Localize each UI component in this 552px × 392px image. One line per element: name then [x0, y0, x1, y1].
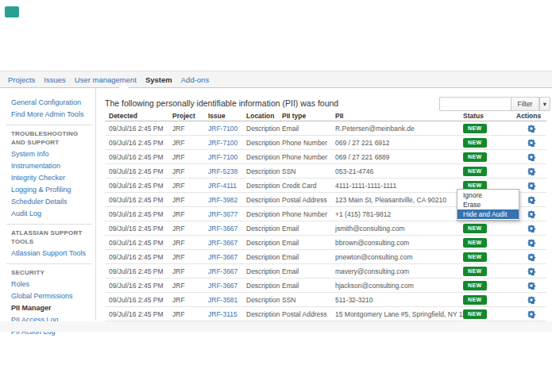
sidebar-item-system-info[interactable]: System Info [11, 150, 49, 158]
cell-project: JRF [172, 296, 208, 304]
cell-pii: hjackson@consulting.com [335, 282, 463, 290]
gear-icon[interactable] [527, 267, 536, 275]
sidebar-item-roles[interactable]: Roles [11, 280, 29, 288]
gear-icon[interactable] [527, 181, 536, 189]
sidebar-item-pii-manager[interactable]: PII Manager [11, 304, 52, 312]
sidebar-item-logging-profiling[interactable]: Logging & Profiling [11, 186, 71, 194]
nav-item-projects[interactable]: Projects [8, 75, 35, 84]
gear-icon[interactable] [527, 295, 536, 303]
gear-icon[interactable] [527, 309, 536, 317]
issue-link[interactable]: JRF-3667 [208, 253, 237, 261]
gear-icon[interactable] [527, 252, 536, 260]
sidebar-item-instrumentation[interactable]: Instrumentation [11, 162, 60, 170]
sidebar-item-global-permissions[interactable]: Global Permissions [11, 292, 73, 300]
gear-icon[interactable] [527, 224, 536, 232]
cell-pii: bbrown@consulting.com [335, 239, 463, 247]
cell-pii-type: Email [282, 282, 335, 290]
sidebar-section-header: TROUBLESHOOTING AND SUPPORT [0, 129, 95, 147]
filter-input[interactable] [439, 97, 511, 111]
cell-detected: 09/Jul/16 2:45 PM [105, 210, 172, 218]
sidebar-divider [6, 263, 92, 264]
gear-icon[interactable] [527, 209, 536, 217]
cell-location: Description [246, 239, 282, 247]
sidebar-item-general-configuration[interactable]: General Configuration [11, 98, 81, 106]
gear-icon[interactable] [527, 152, 536, 160]
nav-item-add-ons[interactable]: Add-ons [181, 75, 209, 84]
cell-location: Description [246, 167, 282, 175]
gear-icon[interactable] [527, 138, 536, 146]
sidebar-item-scheduler-details[interactable]: Scheduler Details [11, 198, 68, 206]
cell-pii-type: Phone Number [282, 153, 335, 161]
cell-pii: R.Petersen@meinbank.de [335, 125, 463, 133]
issue-link[interactable]: JRF-3667 [208, 225, 237, 233]
col-header-pii-type: PII type [282, 112, 335, 120]
issue-link[interactable]: JRF-7100 [208, 125, 237, 133]
cell-project: JRF [172, 310, 208, 318]
nav-item-user-management[interactable]: User management [75, 75, 137, 84]
col-header-status: Status [463, 112, 516, 120]
cell-pii-type: Phone Number [282, 139, 335, 147]
nav-item-issues[interactable]: Issues [44, 75, 65, 84]
col-header-actions: Actions [516, 112, 546, 120]
table-row: 09/Jul/16 2:45 PM JRF JRF-3667 Descripti… [105, 236, 546, 250]
cell-project: JRF [172, 196, 208, 204]
sidebar-item-atlassian-support-tools[interactable]: Atlassian Support Tools [11, 249, 86, 257]
gear-icon[interactable] [527, 167, 536, 175]
cell-project: JRF [172, 167, 208, 175]
menu-item-ignore[interactable]: Ignore [457, 190, 519, 200]
gear-icon[interactable] [527, 281, 536, 289]
issue-link[interactable]: JRF-5238 [208, 167, 237, 175]
cell-pii: 511-32-3210 [335, 296, 463, 304]
status-badge: NEW [463, 238, 487, 248]
cell-pii-type: Phone Number [282, 210, 335, 218]
nav-item-system[interactable]: System [145, 75, 172, 84]
cell-detected: 09/Jul/16 2:45 PM [105, 239, 172, 247]
issue-link[interactable]: JRF-7100 [208, 139, 237, 147]
gear-icon[interactable] [527, 124, 536, 132]
viewport-bottom-strip [0, 321, 552, 332]
status-badge: NEW [463, 167, 487, 176]
sidebar-divider [6, 125, 92, 125]
issue-link[interactable]: JRF-3667 [208, 267, 237, 275]
issue-link[interactable]: JRF-3115 [208, 310, 237, 318]
cell-pii-type: SSN [282, 167, 335, 175]
sidebar-item-audit-log[interactable]: Audit Log [11, 209, 41, 217]
cell-pii-type: Email [282, 253, 335, 261]
cell-pii: 4111-1111-1111-1111 [335, 182, 463, 190]
issue-link[interactable]: JRF-7100 [208, 153, 237, 161]
table-row: 09/Jul/16 2:45 PM JRF JRF-3667 Descripti… [105, 264, 546, 279]
sidebar-item-find-more-admin-tools[interactable]: Find More Admin Tools [11, 110, 83, 118]
issue-link[interactable]: JRF-3667 [208, 239, 237, 247]
cell-pii: 123 Main St, Pleasantville, CA 90210 [335, 196, 463, 204]
cell-project: JRF [172, 282, 208, 290]
issue-link[interactable]: JRF-3581 [208, 296, 237, 304]
issue-link[interactable]: JRF-3982 [208, 196, 237, 204]
table-row: 09/Jul/16 2:45 PM JRF JRF-3667 Descripti… [105, 250, 546, 264]
menu-item-hide-and-audit[interactable]: Hide and Audit [457, 209, 519, 219]
cell-location: Description [246, 210, 282, 218]
gear-icon[interactable] [527, 238, 536, 246]
filter-button[interactable]: Filter [511, 97, 539, 111]
sidebar-item-integrity-checker[interactable]: Integrity Checker [11, 174, 65, 182]
menu-item-erase[interactable]: Erase [457, 200, 519, 209]
issue-link[interactable]: JRF-3677 [208, 210, 237, 218]
status-badge: NEW [463, 295, 487, 305]
sidebar-divider [6, 224, 92, 225]
issue-link[interactable]: JRF-3667 [208, 282, 237, 290]
gear-context-menu: IgnoreEraseHide and Audit [457, 189, 519, 221]
cell-pii-type: SSN [282, 296, 335, 304]
filter-group: Filter ▾ [439, 97, 550, 111]
cell-pii-type: Email [282, 239, 335, 247]
cell-pii-type: Postal Address [282, 196, 335, 204]
cell-pii: 15 Montgomery Lane #5, Springfield, NY 1… [335, 310, 463, 318]
cell-pii: 069 / 27 221 6889 [335, 153, 463, 161]
status-badge: NEW [463, 224, 487, 233]
gear-icon[interactable] [527, 195, 536, 203]
filter-caret-button[interactable]: ▾ [539, 97, 550, 111]
cell-location: Description [246, 182, 282, 190]
cell-pii: jsmith@consulting.com [335, 225, 463, 233]
cell-project: JRF [172, 239, 208, 247]
table-row: 09/Jul/16 2:45 PM JRF JRF-7100 Descripti… [105, 121, 546, 136]
cell-location: Description [246, 267, 282, 275]
issue-link[interactable]: JRF-4111 [208, 182, 237, 190]
